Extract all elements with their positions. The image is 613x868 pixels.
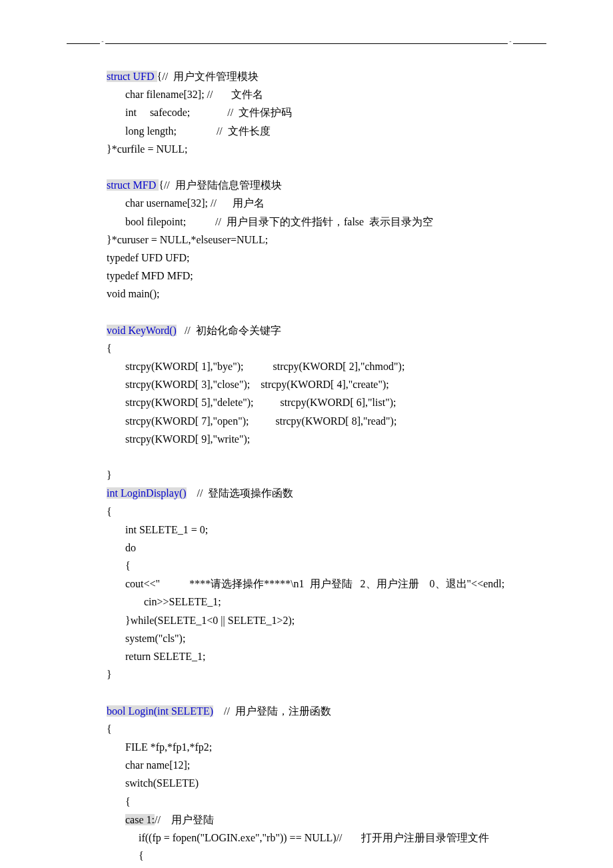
code-text: } xyxy=(107,669,112,680)
code-line: void main(); xyxy=(107,285,540,303)
code-line: if((fp = fopen("LOGIN.exe","rb")) == NUL… xyxy=(107,829,540,847)
code-text: } xyxy=(107,469,112,481)
highlighted-token: struct MFD xyxy=(107,179,159,191)
code-line: void KeyWord() // 初始化命令关键字 xyxy=(107,321,540,339)
highlighted-token: bool Login(int SELETE) xyxy=(107,705,213,717)
code-line: typedef MFD MFD; xyxy=(107,267,540,285)
code-line: struct MFD {// 用户登陆信息管理模块 xyxy=(107,176,540,194)
code-text: FILE *fp,*fp1,*fp2; xyxy=(107,741,212,753)
code-text: }while(SELETE_1<0 || SELETE_1>2); xyxy=(107,615,295,626)
code-text: char username[32]; // 用户名 xyxy=(107,197,265,209)
code-line: { xyxy=(107,339,540,357)
code-line: struct UFD {// 用户文件管理模块 xyxy=(107,67,540,85)
code-line: { xyxy=(107,793,540,811)
code-line: FILE *fp,*fp1,*fp2; xyxy=(107,738,540,756)
code-line: bool Login(int SELETE) // 用户登陆，注册函数 xyxy=(107,702,540,720)
code-text: long length; // 文件长度 xyxy=(107,125,271,137)
code-text: // 初始化命令关键字 xyxy=(177,325,281,336)
code-line: char filename[32]; // 文件名 xyxy=(107,85,540,103)
code-line: { xyxy=(107,503,540,521)
code-text: typedef MFD MFD; xyxy=(107,270,193,281)
code-text: { xyxy=(107,506,112,517)
code-text: strcpy(KWORD[ 1],"bye"); strcpy(KWORD[ 2… xyxy=(107,361,404,372)
code-line xyxy=(107,448,540,466)
code-line: int LoginDisplay() // 登陆选项操作函数 xyxy=(107,484,540,502)
code-text: // 登陆选项操作函数 xyxy=(187,487,294,499)
code-line: }*curuser = NULL,*elseuser=NULL; xyxy=(107,231,540,249)
code-text: strcpy(KWORD[ 3],"close"); strcpy(KWORD[… xyxy=(107,379,389,390)
code-line xyxy=(107,683,540,701)
code-text: void main(); xyxy=(107,288,160,299)
code-text: system("cls"); xyxy=(107,633,185,644)
code-text: if((fp = fopen("LOGIN.exe","rb")) == NUL… xyxy=(107,832,489,843)
header-rule: - - xyxy=(67,40,546,47)
code-line: long length; // 文件长度 xyxy=(107,122,540,140)
code-text: do xyxy=(107,542,136,553)
code-text: }*curuser = NULL,*elseuser=NULL; xyxy=(107,234,268,245)
code-text: strcpy(KWORD[ 7],"open"); strcpy(KWORD[ … xyxy=(107,415,396,427)
highlighted-token: struct UFD xyxy=(107,71,157,82)
code-line xyxy=(107,303,540,321)
code-line: int safecode; // 文件保护码 xyxy=(107,103,540,121)
code-line: strcpy(KWORD[ 7],"open"); strcpy(KWORD[ … xyxy=(107,412,540,430)
code-line: }*curfile = NULL; xyxy=(107,140,540,158)
code-text: cin>>SELETE_1; xyxy=(107,596,221,607)
code-line: char username[32]; // 用户名 xyxy=(107,194,540,212)
highlighted-token: case 1: xyxy=(125,814,155,825)
code-line: system("cls"); xyxy=(107,629,540,647)
code-line: { xyxy=(107,847,540,865)
code-line: switch(SELETE) xyxy=(107,774,540,792)
code-text: switch(SELETE) xyxy=(107,777,199,789)
code-text: { xyxy=(107,723,112,735)
code-line: { xyxy=(107,720,540,738)
code-line: cout<<" ****请选择操作*****\n1 用户登陆 2、用户注册 0、… xyxy=(107,575,540,593)
code-text: typedef UFD UFD; xyxy=(107,252,189,263)
page-container: - - struct UFD {// 用户文件管理模块 char filenam… xyxy=(0,0,613,868)
highlighted-token: void KeyWord() xyxy=(107,325,177,336)
code-text: // 用户登陆，注册函数 xyxy=(213,705,331,717)
code-text: char filename[32]; // 文件名 xyxy=(107,89,264,100)
code-line: char name[12]; xyxy=(107,756,540,774)
highlighted-token: int LoginDisplay() xyxy=(107,487,187,499)
code-text: // 用户登陆 xyxy=(155,814,214,825)
code-text: {// 用户文件管理模块 xyxy=(157,71,259,82)
code-line: do xyxy=(107,539,540,557)
code-text: strcpy(KWORD[ 5],"delete"); strcpy(KWORD… xyxy=(107,397,396,408)
code-line xyxy=(107,158,540,176)
code-line: strcpy(KWORD[ 5],"delete"); strcpy(KWORD… xyxy=(107,393,540,411)
code-text: { xyxy=(107,796,131,807)
code-text: { xyxy=(107,560,131,571)
code-line: strcpy(KWORD[ 9],"write"); xyxy=(107,430,540,448)
code-line: }while(SELETE_1<0 || SELETE_1>2); xyxy=(107,611,540,629)
code-line: int SELETE_1 = 0; xyxy=(107,521,540,539)
code-text: int SELETE_1 = 0; xyxy=(107,524,208,535)
code-line: return SELETE_1; xyxy=(107,647,540,665)
code-text: { xyxy=(107,343,112,354)
code-text: return SELETE_1; xyxy=(107,651,205,662)
code-text: {// 用户登陆信息管理模块 xyxy=(159,179,282,191)
code-text: cout<<" ****请选择操作*****\n1 用户登陆 2、用户注册 0、… xyxy=(107,578,504,589)
code-text: strcpy(KWORD[ 9],"write"); xyxy=(107,433,250,445)
code-line: } xyxy=(107,466,540,484)
code-line: typedef UFD UFD; xyxy=(107,249,540,267)
code-text: int safecode; // 文件保护码 xyxy=(107,107,292,118)
code-text: char name[12]; xyxy=(107,759,190,771)
code-line: case 1:// 用户登陆 xyxy=(107,811,540,829)
code-content: struct UFD {// 用户文件管理模块 char filename[32… xyxy=(67,67,546,865)
code-line: } xyxy=(107,665,540,683)
code-text: }*curfile = NULL; xyxy=(107,143,188,155)
code-line: bool filepoint; // 用户目录下的文件指针，false 表示目录… xyxy=(107,213,540,231)
code-line: { xyxy=(107,557,540,575)
code-line: strcpy(KWORD[ 1],"bye"); strcpy(KWORD[ 2… xyxy=(107,357,540,375)
code-text: { xyxy=(107,850,144,861)
code-line: cin>>SELETE_1; xyxy=(107,593,540,611)
code-line: strcpy(KWORD[ 3],"close"); strcpy(KWORD[… xyxy=(107,375,540,393)
code-text: bool filepoint; // 用户目录下的文件指针，false 表示目录… xyxy=(107,216,433,227)
code-text xyxy=(107,814,125,825)
